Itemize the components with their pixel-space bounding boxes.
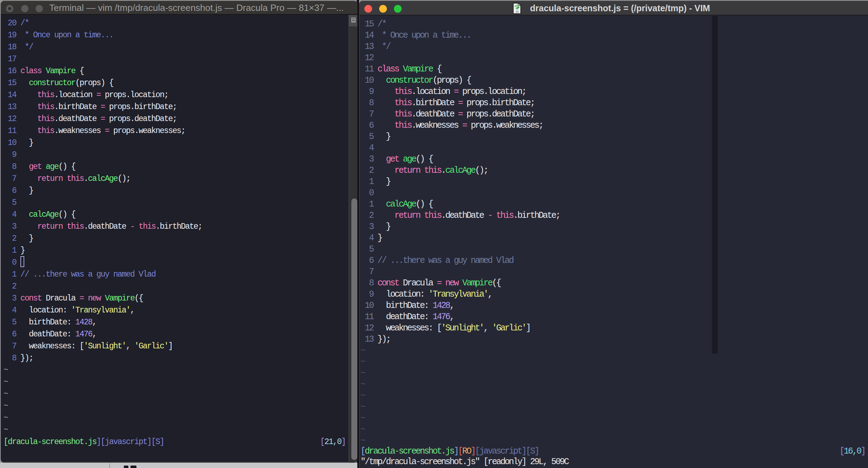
svg-text:JS: JS bbox=[515, 10, 519, 14]
